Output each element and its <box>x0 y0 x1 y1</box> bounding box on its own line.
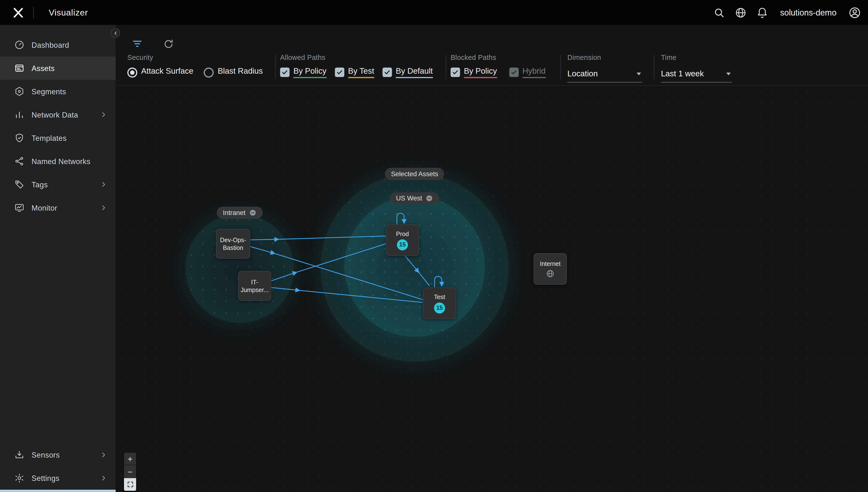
time-select[interactable]: Last 1 week <box>661 67 732 82</box>
filter-group-blocked-paths: Blocked Paths By Policy Hybrid <box>446 54 560 83</box>
asset-node-prod[interactable]: Prod 15 <box>386 224 419 256</box>
sidebar-item-label: Templates <box>31 134 67 142</box>
filter-group-allowed-paths: Allowed Paths By Policy By Test <box>275 54 446 83</box>
sidebar-item-templates[interactable]: Templates <box>0 126 116 150</box>
tags-icon <box>14 179 25 190</box>
filter-group-label: Allowed Paths <box>280 54 446 62</box>
filter-list-icon[interactable] <box>131 38 143 50</box>
chevron-right-icon <box>99 110 108 119</box>
filter-group-dimension: Dimension Location <box>561 54 654 83</box>
sidebar-item-dashboard[interactable]: Dashboard <box>0 33 116 56</box>
filter-group-security: Security Attack Surface Blast Radius <box>127 54 275 83</box>
checkbox-blocked-by-policy[interactable]: By Policy <box>451 67 497 78</box>
sidebar-item-label: Network Data <box>31 110 78 119</box>
checkbox-label: By Policy <box>293 67 326 78</box>
group-pill-selected-assets[interactable]: Selected Assets <box>385 168 444 180</box>
sidebar-item-sensors[interactable]: Sensors <box>0 443 116 467</box>
topbar-divider <box>33 6 34 19</box>
account-avatar-icon[interactable] <box>848 6 862 19</box>
checkbox-checked-icon[interactable] <box>451 68 460 77</box>
radio-selected-icon[interactable] <box>127 67 137 77</box>
chevron-right-icon <box>99 203 108 212</box>
checkbox-allowed-by-test[interactable]: By Test <box>335 67 374 78</box>
group-pill-label: US West <box>396 194 422 202</box>
chevron-right-icon <box>99 180 108 189</box>
checkbox-allowed-by-policy[interactable]: By Policy <box>280 67 326 78</box>
monitor-icon <box>14 202 25 213</box>
sensors-icon <box>14 449 25 461</box>
topbar: Visualizer solutions-demo <box>0 0 868 25</box>
group-pill-us-west[interactable]: US West <box>390 192 439 204</box>
sidebar-item-tags[interactable]: Tags <box>0 173 116 196</box>
group-pill-label: Intranet <box>223 209 245 217</box>
radio-unselected-icon[interactable] <box>204 67 214 77</box>
fit-to-screen-button[interactable] <box>124 478 136 491</box>
checkbox-label: Hybrid <box>522 67 546 78</box>
filter-group-label: Security <box>127 54 275 62</box>
search-icon[interactable] <box>713 6 725 19</box>
asset-node-label: Dev-Ops-Bastion <box>220 236 246 251</box>
asset-count-badge: 15 <box>434 302 445 314</box>
radio-attack-surface[interactable]: Attack Surface <box>127 67 193 78</box>
main-area: Security Attack Surface Blast Radius <box>116 25 868 492</box>
checkbox-label: By Default <box>396 67 433 78</box>
app: Visualizer solutions-demo Dashboard <box>0 0 868 492</box>
checkbox-label: By Policy <box>464 67 497 78</box>
network-data-icon <box>14 109 25 120</box>
app-title: Visualizer <box>49 7 88 18</box>
time-select-value: Last 1 week <box>661 69 704 78</box>
filter-group-label: Time <box>661 54 737 62</box>
zoom-controls: + − <box>124 452 136 491</box>
sidebar-item-named-networks[interactable]: Named Networks <box>0 150 116 173</box>
filter-group-time: Time Last 1 week <box>654 54 737 83</box>
group-pill-label: Selected Assets <box>391 170 438 178</box>
refresh-icon[interactable] <box>163 38 174 50</box>
sidebar-item-label: Settings <box>31 474 59 482</box>
checkbox-checked-icon[interactable] <box>383 68 392 77</box>
zoom-out-button[interactable]: − <box>124 465 136 478</box>
radio-blast-radius[interactable]: Blast Radius <box>204 67 263 78</box>
sidebar-scrollbar[interactable] <box>0 490 116 492</box>
dimension-select[interactable]: Location <box>568 67 642 82</box>
sidebar-item-segments[interactable]: Segments <box>0 80 116 103</box>
group-pill-intranet[interactable]: Intranet <box>217 207 263 219</box>
radio-label: Attack Surface <box>141 67 193 78</box>
collapse-group-icon[interactable] <box>249 209 257 217</box>
asset-node-test[interactable]: Test 15 <box>423 288 456 319</box>
sidebar-item-assets[interactable]: Assets <box>0 56 116 80</box>
checkbox-label: By Test <box>348 67 374 78</box>
sidebar-item-label: Monitor <box>31 203 57 212</box>
asset-node-it-jumpserver[interactable]: IT-Jumpser... <box>238 271 271 301</box>
sidebar-item-label: Tags <box>31 180 48 189</box>
filter-group-label: Dimension <box>568 54 654 62</box>
checkbox-checked-icon[interactable] <box>335 68 344 77</box>
notifications-bell-icon[interactable] <box>756 6 768 19</box>
account-name: solutions-demo <box>780 8 837 17</box>
sidebar-item-label: Assets <box>31 64 54 72</box>
templates-shield-icon <box>14 132 25 144</box>
globe-icon[interactable] <box>735 6 747 19</box>
brand-logo-icon <box>11 6 25 19</box>
dimension-select-value: Location <box>568 69 598 78</box>
asset-node-dev-ops-bastion[interactable]: Dev-Ops-Bastion <box>216 229 250 259</box>
collapse-group-icon[interactable] <box>425 194 433 202</box>
sidebar-item-label: Dashboard <box>31 41 69 49</box>
checkbox-checked-icon[interactable] <box>280 68 290 77</box>
sidebar-collapse-button[interactable] <box>111 28 120 38</box>
sidebar-item-settings[interactable]: Settings <box>0 467 116 490</box>
graph-canvas[interactable]: Selected Assets US West Intranet Dev-Ops… <box>116 86 868 492</box>
group-circle-us-west[interactable] <box>344 196 485 337</box>
chevron-down-icon <box>637 72 641 75</box>
dashboard-icon <box>14 39 25 50</box>
checkbox-allowed-by-default[interactable]: By Default <box>383 67 433 78</box>
asset-node-label: IT-Jumpser... <box>240 278 269 294</box>
asset-node-internet[interactable]: Internet <box>533 253 567 285</box>
filter-group-label: Blocked Paths <box>451 54 560 62</box>
zoom-in-button[interactable]: + <box>124 452 136 465</box>
sidebar-item-network-data[interactable]: Network Data <box>0 103 116 126</box>
segments-icon <box>14 86 25 97</box>
chevron-right-icon <box>99 450 108 459</box>
sidebar-item-monitor[interactable]: Monitor <box>0 196 116 219</box>
filter-bar: Security Attack Surface Blast Radius <box>116 25 868 86</box>
internet-globe-icon <box>546 269 555 278</box>
